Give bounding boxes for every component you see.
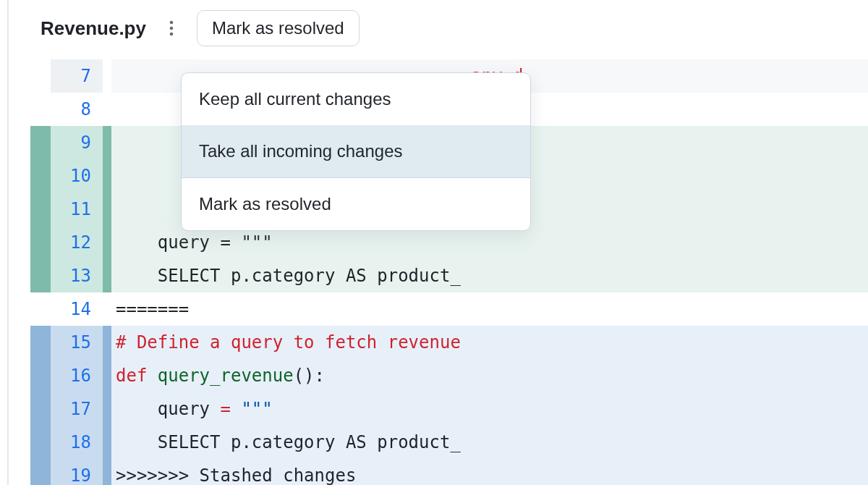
code-text: # Define a query to fetch revenue [111,326,868,359]
code-line: 19 >>>>>>> Stashed changes [30,459,868,485]
menu-take-incoming[interactable]: Take all incoming changes [182,125,530,177]
code-line: 15 # Define a query to fetch revenue [30,326,868,359]
conflict-actions-menu: Keep all current changes Take all incomi… [181,72,531,231]
svg-point-0 [170,21,174,25]
code-text: query = """ [111,392,868,426]
code-text: SELECT p.category AS product_ [111,259,868,292]
filename: Revenue.py [41,17,146,40]
code-line: 14 ======= [30,292,868,326]
kebab-menu-button[interactable] [159,16,184,41]
line-number: 15 [51,326,103,359]
code-line: 13 SELECT p.category AS product_ [30,259,868,292]
line-number: 19 [51,459,103,485]
line-number: 17 [51,392,103,426]
code-line: 16 def query_revenue(): [30,359,868,392]
menu-keep-current[interactable]: Keep all current changes [182,73,530,125]
line-number: 8 [51,93,103,126]
code-text: >>>>>>> Stashed changes [111,459,868,485]
file-header: Revenue.py Mark as resolved [30,0,868,59]
line-number: 13 [51,259,103,292]
svg-point-1 [170,27,174,30]
line-number: 10 [51,159,103,193]
code-text: SELECT p.category AS product_ [111,426,868,459]
line-number: 9 [51,126,103,159]
svg-point-2 [170,33,174,36]
code-line: 18 SELECT p.category AS product_ [30,426,868,459]
code-text: ======= [111,292,868,326]
code-line: 17 query = """ [30,392,868,426]
line-number: 16 [51,359,103,392]
code-text: def query_revenue(): [111,359,868,392]
line-number: 11 [51,193,103,226]
line-number: 14 [51,292,103,326]
menu-mark-resolved[interactable]: Mark as resolved [182,178,530,230]
kebab-icon [169,20,174,37]
line-number: 12 [51,226,103,259]
mark-resolved-button[interactable]: Mark as resolved [197,10,359,46]
line-number: 7 [51,59,103,93]
line-number: 18 [51,426,103,459]
